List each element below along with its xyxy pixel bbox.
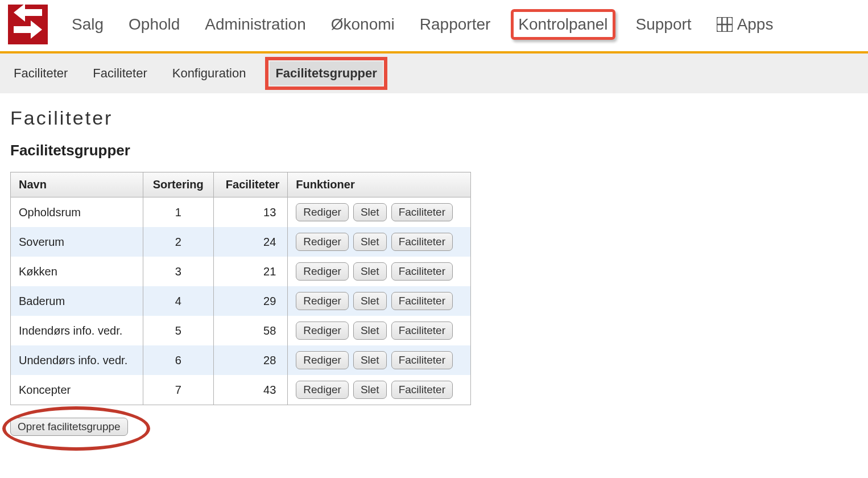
col-sort: Sortering [143, 172, 213, 197]
cell-name: Baderum [11, 286, 143, 316]
facilities-button[interactable]: Faciliteter [391, 381, 453, 399]
grid-icon [717, 17, 733, 32]
facilities-button[interactable]: Faciliteter [391, 322, 453, 340]
cell-name: Soverum [11, 227, 143, 257]
app-logo[interactable] [8, 5, 48, 44]
cell-sort: 5 [143, 316, 213, 345]
edit-button[interactable]: Rediger [296, 203, 349, 221]
subnav-item-faciliteter[interactable]: Faciliteter [87, 61, 152, 85]
subnav-item-facilitetsgrupper[interactable]: Facilitetsgrupper [270, 61, 382, 85]
cell-sort: 4 [143, 286, 213, 316]
delete-button[interactable]: Slet [353, 203, 387, 221]
nav-item-økonomi[interactable]: Økonomi [326, 12, 399, 37]
delete-button[interactable]: Slet [353, 292, 387, 310]
edit-button[interactable]: Rediger [296, 262, 349, 281]
edit-button[interactable]: Rediger [296, 381, 349, 399]
subnav-item-faciliteter[interactable]: Faciliteter [8, 61, 73, 85]
annotation-highlight: Facilitetsgrupper [265, 57, 387, 90]
facilities-button[interactable]: Faciliteter [391, 233, 453, 251]
section-title: Facilitetsgrupper [10, 142, 858, 159]
create-facility-group-button[interactable]: Opret facilitetsgruppe [10, 418, 128, 436]
edit-button[interactable]: Rediger [296, 233, 349, 251]
cell-actions: RedigerSletFaciliteter [288, 227, 471, 257]
edit-button[interactable]: Rediger [296, 322, 349, 340]
top-nav: SalgOpholdAdministrationØkonomiRapporter… [0, 0, 868, 53]
subnav-item-konfiguration[interactable]: Konfiguration [167, 61, 252, 85]
delete-button[interactable]: Slet [353, 322, 387, 340]
cell-count: 24 [213, 227, 287, 257]
facilities-button[interactable]: Faciliteter [391, 262, 453, 281]
nav-item-salg[interactable]: Salg [67, 12, 108, 37]
cell-sort: 1 [143, 197, 213, 228]
cell-actions: RedigerSletFaciliteter [288, 257, 471, 286]
cell-actions: RedigerSletFaciliteter [288, 286, 471, 316]
table-row: Koncepter743RedigerSletFaciliteter [11, 375, 471, 405]
cell-sort: 2 [143, 227, 213, 257]
facilities-button[interactable]: Faciliteter [391, 203, 453, 221]
cell-actions: RedigerSletFaciliteter [288, 375, 471, 405]
sub-nav: FaciliteterFaciliteterKonfigurationFacil… [0, 53, 868, 93]
table-row: Køkken321RedigerSletFaciliteter [11, 257, 471, 286]
delete-button[interactable]: Slet [353, 381, 387, 399]
col-name: Navn [11, 172, 143, 197]
table-row: Baderum429RedigerSletFaciliteter [11, 286, 471, 316]
facility-groups-table: Navn Sortering Faciliteter Funktioner Op… [10, 172, 471, 405]
nav-item-kontrolpanel[interactable]: Kontrolpanel [511, 9, 615, 40]
nav-item-ophold[interactable]: Ophold [124, 12, 184, 37]
facilities-button[interactable]: Faciliteter [391, 351, 453, 369]
nav-item-rapporter[interactable]: Rapporter [415, 12, 495, 37]
table-row: Undendørs info. vedr.628RedigerSletFacil… [11, 345, 471, 375]
nav-item-label: Apps [737, 15, 774, 34]
cell-name: Køkken [11, 257, 143, 286]
cell-name: Indendørs info. vedr. [11, 316, 143, 345]
cell-name: Undendørs info. vedr. [11, 345, 143, 375]
cell-count: 58 [213, 316, 287, 345]
edit-button[interactable]: Rediger [296, 351, 349, 369]
table-row: Opholdsrum113RedigerSletFaciliteter [11, 197, 471, 228]
cell-sort: 3 [143, 257, 213, 286]
page-title: Faciliteter [10, 107, 858, 129]
edit-button[interactable]: Rediger [296, 292, 349, 310]
main-content: Faciliteter Facilitetsgrupper Navn Sorte… [0, 93, 868, 453]
delete-button[interactable]: Slet [353, 262, 387, 281]
cell-count: 28 [213, 345, 287, 375]
nav-item-apps[interactable]: Apps [712, 12, 778, 37]
cell-count: 29 [213, 286, 287, 316]
cell-count: 21 [213, 257, 287, 286]
col-count: Faciliteter [213, 172, 287, 197]
nav-item-support[interactable]: Support [631, 12, 696, 37]
cell-sort: 7 [143, 375, 213, 405]
table-row: Indendørs info. vedr.558RedigerSletFacil… [11, 316, 471, 345]
cell-count: 43 [213, 375, 287, 405]
cell-sort: 6 [143, 345, 213, 375]
col-actions: Funktioner [288, 172, 471, 197]
cell-name: Koncepter [11, 375, 143, 405]
cell-actions: RedigerSletFaciliteter [288, 345, 471, 375]
facilities-button[interactable]: Faciliteter [391, 292, 453, 310]
delete-button[interactable]: Slet [353, 233, 387, 251]
nav-item-administration[interactable]: Administration [200, 12, 310, 37]
cell-name: Opholdsrum [11, 197, 143, 228]
cell-count: 13 [213, 197, 287, 228]
table-row: Soverum224RedigerSletFaciliteter [11, 227, 471, 257]
cell-actions: RedigerSletFaciliteter [288, 316, 471, 345]
delete-button[interactable]: Slet [353, 351, 387, 369]
cell-actions: RedigerSletFaciliteter [288, 197, 471, 228]
